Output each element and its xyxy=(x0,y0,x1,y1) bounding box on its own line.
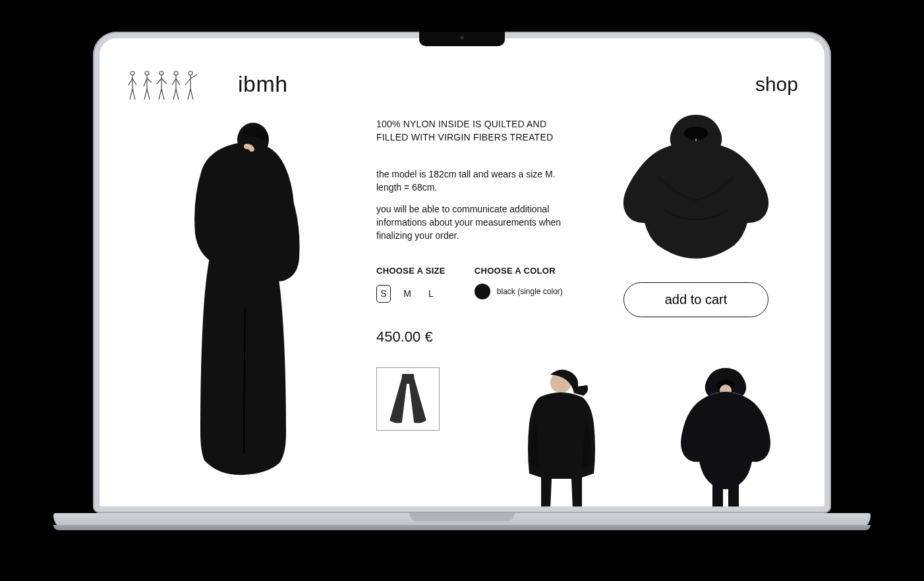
size-option-m[interactable]: M xyxy=(400,287,415,300)
extra-photo-1 xyxy=(515,365,607,506)
extra-photos-row xyxy=(475,365,798,506)
laptop-bezel: ibmh shop xyxy=(93,32,831,513)
size-option-l[interactable]: L xyxy=(424,287,438,300)
shop-link[interactable]: shop xyxy=(755,73,798,96)
svg-point-6 xyxy=(145,71,149,75)
svg-line-5 xyxy=(132,89,135,100)
svg-line-4 xyxy=(130,89,132,100)
fit-text: the model is 182cm tall and wears a size… xyxy=(376,168,574,195)
svg-line-8 xyxy=(144,78,147,86)
svg-line-28 xyxy=(188,89,190,100)
page-content: 100% NYLON INSIDE IS QUILTED AND FILLED … xyxy=(126,104,798,506)
svg-line-20 xyxy=(172,78,176,85)
svg-point-24 xyxy=(188,71,192,75)
svg-point-18 xyxy=(174,71,178,75)
price-text: 450.00 € xyxy=(376,326,574,348)
svg-line-2 xyxy=(129,78,132,85)
svg-line-22 xyxy=(173,89,176,100)
brand-logo-icon[interactable] xyxy=(126,68,205,101)
svg-line-10 xyxy=(144,89,147,100)
svg-line-9 xyxy=(147,78,152,82)
size-option-s[interactable]: S xyxy=(376,285,391,302)
related-thumbnail[interactable] xyxy=(376,367,440,431)
svg-line-21 xyxy=(176,78,180,85)
brand-name[interactable]: ibmh xyxy=(238,71,288,97)
svg-line-27 xyxy=(185,78,190,85)
svg-line-14 xyxy=(157,78,161,84)
svg-rect-38 xyxy=(712,481,723,506)
color-swatch-black[interactable] xyxy=(475,284,490,299)
product-page: ibmh shop xyxy=(100,38,824,506)
svg-line-3 xyxy=(132,78,136,85)
svg-line-29 xyxy=(190,89,193,100)
color-selector: CHOOSE A COLOR black (single color) xyxy=(475,265,563,303)
product-image xyxy=(594,111,798,262)
screen-notch xyxy=(419,32,505,46)
color-heading: CHOOSE A COLOR xyxy=(475,265,563,278)
laptop-screen: ibmh shop xyxy=(100,38,824,506)
color-name: black (single color) xyxy=(497,286,563,297)
size-heading: CHOOSE A SIZE xyxy=(376,265,446,278)
material-text: 100% NYLON INSIDE IS QUILTED AND FILLED … xyxy=(376,117,574,144)
laptop-base xyxy=(53,513,871,530)
svg-line-15 xyxy=(161,78,167,84)
svg-rect-39 xyxy=(728,481,739,506)
svg-line-17 xyxy=(161,89,164,100)
svg-point-32 xyxy=(684,127,708,140)
size-selector: CHOOSE A SIZE S M L xyxy=(376,265,446,303)
svg-line-11 xyxy=(147,89,150,100)
laptop-frame: ibmh shop xyxy=(93,32,831,530)
model-photo xyxy=(126,111,357,506)
svg-point-0 xyxy=(130,71,134,75)
svg-line-23 xyxy=(176,89,179,100)
add-to-cart-button[interactable]: add to cart xyxy=(623,282,768,317)
right-column: add to cart xyxy=(594,111,798,506)
note-text: you will be able to communicate addition… xyxy=(376,202,574,243)
svg-line-16 xyxy=(159,89,161,100)
extra-photo-2 xyxy=(679,365,772,506)
page-header: ibmh shop xyxy=(126,65,798,104)
svg-point-12 xyxy=(159,71,163,75)
